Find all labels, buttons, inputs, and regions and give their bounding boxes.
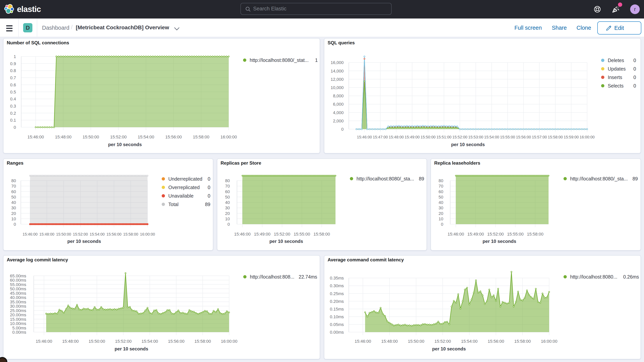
svg-text:60: 60	[439, 189, 443, 194]
svg-text:15:58:00: 15:58:00	[123, 232, 138, 236]
svg-text:15:53:00: 15:53:00	[468, 135, 484, 139]
svg-text:15:48:00: 15:48:00	[389, 135, 404, 139]
svg-text:15:48:00: 15:48:00	[381, 339, 398, 344]
svg-text:0.1: 0.1	[10, 118, 16, 122]
svg-text:0: 0	[228, 222, 230, 227]
svg-text:10.00ms: 10.00ms	[10, 321, 26, 326]
svg-text:50: 50	[439, 195, 443, 200]
svg-text:15:46:00: 15:46:00	[36, 339, 52, 344]
svg-text:15:59:00: 15:59:00	[564, 135, 579, 139]
svg-text:0: 0	[208, 176, 210, 182]
svg-text:0.30ms: 0.30ms	[330, 283, 344, 288]
svg-text:5.00ms: 5.00ms	[12, 326, 26, 330]
svg-text:0.7: 0.7	[10, 75, 16, 80]
svg-text:0: 0	[634, 58, 636, 63]
svg-text:0: 0	[341, 127, 344, 132]
svg-text:40: 40	[439, 200, 443, 205]
svg-text:0.15ms: 0.15ms	[330, 307, 344, 312]
svg-text:2,000: 2,000	[333, 118, 344, 123]
svg-text:15:46:00: 15:46:00	[448, 232, 464, 236]
svg-text:50: 50	[12, 195, 16, 200]
svg-text:15:48:00: 15:48:00	[62, 339, 79, 344]
svg-text:15:58:00: 15:58:00	[193, 134, 210, 139]
svg-text:15:47:00: 15:47:00	[373, 135, 388, 139]
svg-text:15:56:00: 15:56:00	[165, 134, 182, 139]
svg-text:0: 0	[14, 222, 16, 227]
svg-text:15:52:00: 15:52:00	[487, 232, 504, 236]
svg-text:http://localhost:8080...: http://localhost:8080...	[570, 274, 618, 280]
svg-text:15:52:00: 15:52:00	[115, 339, 132, 344]
svg-text:0.25ms: 0.25ms	[330, 291, 344, 296]
svg-text:35.00ms: 35.00ms	[10, 300, 26, 304]
svg-text:89: 89	[419, 176, 424, 182]
svg-text:16:00:00: 16:00:00	[221, 339, 238, 344]
svg-text:0.2: 0.2	[10, 111, 16, 116]
svg-text:80: 80	[12, 178, 16, 183]
svg-text:15:49:00: 15:49:00	[405, 135, 420, 139]
svg-text:15:46:00: 15:46:00	[28, 134, 44, 139]
svg-text:6,000: 6,000	[333, 102, 344, 106]
svg-text:SQL queries: SQL queries	[328, 40, 355, 45]
svg-text:16:00:00: 16:00:00	[541, 339, 558, 344]
svg-text:Ranges: Ranges	[7, 160, 24, 166]
svg-text:15.00ms: 15.00ms	[10, 317, 26, 322]
svg-text:1: 1	[14, 54, 16, 59]
svg-text:55.00ms: 55.00ms	[10, 282, 26, 287]
svg-text:70: 70	[439, 184, 443, 188]
svg-text:10: 10	[225, 216, 230, 221]
svg-text:Replicas per Store: Replicas per Store	[220, 160, 261, 166]
svg-text:15:52:00: 15:52:00	[434, 339, 451, 344]
svg-text:89: 89	[205, 202, 210, 207]
svg-text:20: 20	[225, 211, 230, 216]
svg-text:15:55:00: 15:55:00	[294, 232, 310, 236]
svg-text:15:54:00: 15:54:00	[484, 135, 499, 139]
svg-text:15:54:00: 15:54:00	[138, 134, 154, 139]
svg-text:per 10 seconds: per 10 seconds	[269, 239, 303, 244]
svg-text:per 10 seconds: per 10 seconds	[482, 239, 516, 244]
svg-text:15:51:00: 15:51:00	[436, 135, 452, 139]
svg-text:60: 60	[12, 189, 16, 194]
svg-text:22.74ms: 22.74ms	[299, 274, 317, 280]
svg-text:Average log commit latency: Average log commit latency	[7, 257, 68, 262]
svg-text:1: 1	[315, 58, 318, 63]
svg-text:16:00:00: 16:00:00	[580, 135, 595, 139]
svg-text:0.26ms: 0.26ms	[623, 274, 639, 280]
svg-text:25.00ms: 25.00ms	[10, 308, 26, 313]
svg-text:60.00ms: 60.00ms	[10, 278, 26, 282]
svg-text:15:54:00: 15:54:00	[90, 232, 105, 236]
svg-text:Total: Total	[168, 202, 178, 207]
svg-text:30: 30	[12, 206, 16, 210]
svg-text:http://localhost:8080/_stat...: http://localhost:8080/_stat...	[250, 58, 309, 63]
svg-text:0.3: 0.3	[10, 104, 16, 108]
svg-text:per 10 seconds: per 10 seconds	[432, 346, 466, 352]
svg-text:10: 10	[439, 216, 443, 221]
svg-text:15:55:00: 15:55:00	[507, 232, 524, 236]
svg-text:30: 30	[225, 206, 230, 210]
svg-text:80: 80	[225, 178, 230, 183]
svg-text:15:50:00: 15:50:00	[408, 339, 424, 344]
svg-text:15:54:00: 15:54:00	[461, 339, 478, 344]
svg-text:20: 20	[439, 211, 443, 216]
svg-text:0.00ms: 0.00ms	[330, 330, 344, 335]
svg-text:4,000: 4,000	[333, 110, 344, 115]
svg-text:per 10 seconds: per 10 seconds	[67, 239, 101, 244]
svg-text:0.05ms: 0.05ms	[330, 322, 344, 327]
svg-text:15:49:00: 15:49:00	[468, 232, 484, 236]
svg-text:Updates: Updates	[608, 66, 626, 72]
svg-text:15:54:00: 15:54:00	[142, 339, 158, 344]
svg-text:20.00ms: 20.00ms	[10, 312, 26, 317]
svg-text:15:52:00: 15:52:00	[274, 232, 290, 236]
svg-text:14,000: 14,000	[331, 68, 344, 74]
svg-text:per 10 seconds: per 10 seconds	[108, 142, 142, 147]
svg-text:15:58:00: 15:58:00	[527, 232, 544, 236]
svg-text:60: 60	[225, 189, 230, 194]
svg-text:89: 89	[632, 176, 638, 182]
svg-text:15:50:00: 15:50:00	[89, 339, 105, 344]
svg-text:0.9: 0.9	[10, 61, 16, 66]
svg-text:15:50:00: 15:50:00	[82, 134, 99, 139]
svg-text:15:52:00: 15:52:00	[452, 135, 468, 139]
svg-text:15:58:00: 15:58:00	[548, 135, 563, 139]
svg-text:15:56:00: 15:56:00	[168, 339, 184, 344]
svg-text:0.35ms: 0.35ms	[330, 276, 344, 280]
svg-text:0: 0	[634, 83, 636, 88]
